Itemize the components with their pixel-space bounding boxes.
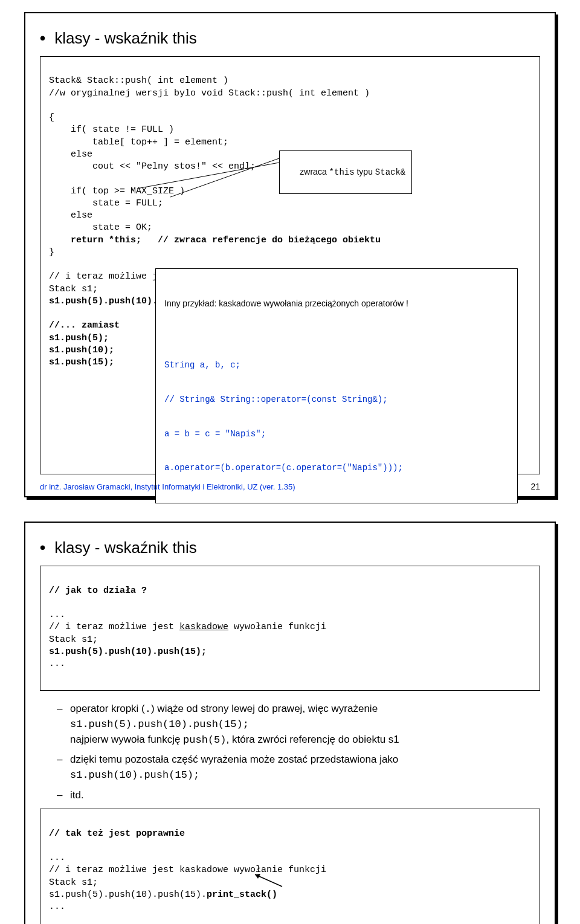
bullet-icon: • — [40, 29, 45, 47]
list-text: dzięki temu pozostała część wyrażenia mo… — [70, 752, 398, 783]
line: ... — [49, 610, 65, 620]
callout-return-this: zwraca *this typu Stack& — [279, 150, 412, 194]
line: { — [49, 112, 54, 123]
line: Stack s1; — [49, 877, 98, 888]
callout-code: *this — [329, 167, 355, 177]
code-block-2a: // jak to działa ? ... // i teraz możliw… — [40, 566, 540, 690]
line: // zwraca referencje do bieżącego obiekt… — [141, 235, 381, 245]
line: print_stack() — [207, 890, 277, 900]
line: cout << "Pelny stos!" << endl; — [49, 161, 256, 172]
list-item: – dzięki temu pozostała część wyrażenia … — [57, 752, 540, 783]
line: //... zamiast — [49, 320, 120, 331]
callout-example: Inny przykład: kaskadowe wywołania przec… — [155, 268, 518, 503]
line: ... — [49, 853, 65, 863]
line: // jak to działa ? — [49, 586, 147, 596]
line: Stack s1; — [49, 284, 98, 294]
list-item: – operator kropki (.) wiąże od strony le… — [57, 702, 540, 748]
line: //w oryginalnej wersji bylo void Stack::… — [49, 88, 370, 99]
callout-text: zwraca — [300, 167, 329, 176]
slide-21: • klasy - wskaźnik this Stack& Stack::pu… — [24, 12, 556, 497]
line: } — [49, 247, 54, 257]
line: else — [49, 149, 92, 160]
line: ... — [49, 659, 65, 669]
dash-icon: – — [57, 752, 70, 783]
line: // tak też jest poprawnie — [49, 829, 185, 839]
slide-title: • klasy - wskaźnik this — [40, 538, 540, 557]
line: state = OK; — [49, 222, 152, 233]
list-item: – itd. — [57, 788, 540, 803]
line: s1.push(5).push(10).push(15); — [49, 647, 207, 657]
line: return *this; — [49, 235, 141, 245]
code-block-1: Stack& Stack::push( int element ) //w or… — [40, 56, 540, 474]
dash-icon: – — [57, 788, 70, 803]
callout-code: Stack& — [375, 167, 405, 177]
slide-22: • klasy - wskaźnik this // jak to działa… — [24, 522, 556, 924]
title-text: klasy - wskaźnik this — [54, 29, 197, 47]
line: s1.push(10); — [49, 345, 114, 355]
line: state = FULL; — [49, 198, 163, 208]
line: kaskadowe — [179, 622, 228, 632]
line: table[ top++ ] = element; — [49, 137, 228, 147]
line: s1.push(15); — [49, 357, 114, 367]
line: s1.push(5).push(10).push(15). — [49, 890, 207, 900]
callout-line: a = b = c = "Napis"; — [164, 428, 509, 440]
line: Stack& Stack::push( int element ) — [49, 76, 228, 86]
slide-footer: dr inż. Jarosław Gramacki, Instytut Info… — [40, 482, 295, 491]
line: Stack s1; — [49, 635, 98, 645]
line: if( state != FULL ) — [49, 124, 174, 135]
bullet-icon: • — [40, 538, 45, 557]
dash-icon: – — [57, 702, 70, 748]
callout-line: a.operator=(b.operator=(c.operator=("Nap… — [164, 462, 509, 474]
code-block-2b: // tak też jest poprawnie ... // i teraz… — [40, 809, 540, 924]
line: s1.push(5); — [49, 333, 109, 343]
line: ... — [49, 902, 65, 912]
line: else — [49, 210, 92, 221]
callout-heading: Inny przykład: kaskadowe wywołania przec… — [164, 298, 509, 309]
callout-text: typu — [355, 167, 375, 176]
line: wywołanie funkcji — [228, 622, 326, 632]
line: // i teraz możliwe jest kaskadowe wywoła… — [49, 865, 326, 875]
list-text: operator kropki (.) wiąże od strony lewe… — [70, 702, 399, 748]
svg-line-2 — [255, 874, 282, 887]
list-text: itd. — [70, 788, 84, 803]
line: if( top >= MAX_SIZE ) — [49, 186, 185, 196]
callout-line: // String& String::operator=(const Strin… — [164, 394, 509, 405]
title-text: klasy - wskaźnik this — [54, 538, 197, 557]
page-number: 21 — [530, 482, 540, 491]
bullet-list: – operator kropki (.) wiąże od strony le… — [57, 702, 540, 803]
line: // i teraz możliwe jest — [49, 622, 179, 632]
callout-line: String a, b, c; — [164, 360, 509, 371]
slide-title: • klasy - wskaźnik this — [40, 29, 540, 48]
